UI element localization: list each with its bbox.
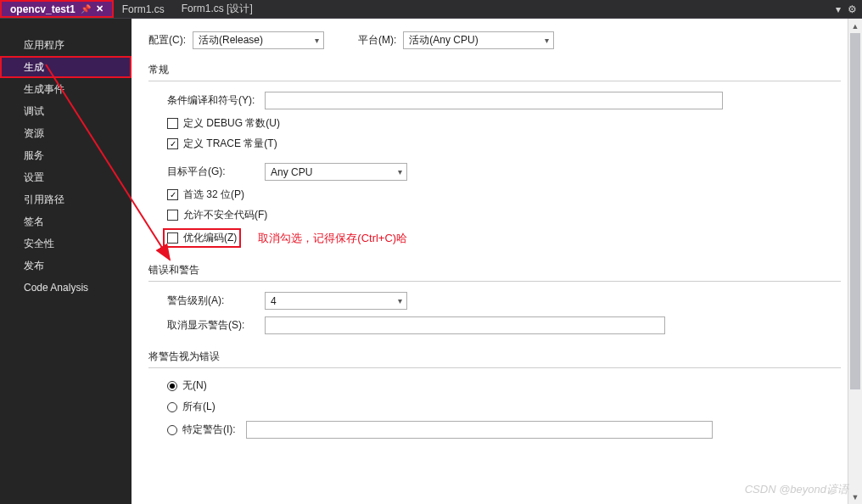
sidebar-item-settings[interactable]: 设置 xyxy=(0,166,132,188)
config-value: 活动(Release) xyxy=(199,33,263,48)
tab-right-controls: ▾ ⚙ xyxy=(836,0,862,18)
warn-level-select[interactable]: 4 xyxy=(265,292,407,310)
target-platform-row: 目标平台(G): Any CPU xyxy=(167,163,841,181)
warn-level-label: 警告级别(A): xyxy=(167,294,256,308)
radio-none-row: 无(N) xyxy=(167,378,841,393)
config-row: 配置(C): 活动(Release) 平台(M): 活动(Any CPU) xyxy=(148,31,841,49)
optimize-code-row: 优化编码(Z) 取消勾选，记得保存(Ctrl+C)哈 xyxy=(167,228,841,248)
target-platform-select[interactable]: Any CPU xyxy=(265,163,407,181)
suppress-row: 取消显示警告(S): xyxy=(167,316,841,334)
sidebar-item-resources[interactable]: 资源 xyxy=(0,122,132,144)
scroll-up-icon[interactable]: ▲ xyxy=(848,19,862,33)
section-general: 常规 xyxy=(148,63,841,79)
radio-none[interactable] xyxy=(167,381,177,391)
radio-all[interactable] xyxy=(167,402,177,412)
cond-compile-row: 条件编译和符号(Y): xyxy=(167,92,841,109)
tab-form-cs[interactable]: Form1.cs xyxy=(114,0,173,18)
optimize-code-label: 优化编码(Z) xyxy=(183,231,237,245)
allow-unsafe-row: 允许不安全代码(F) xyxy=(167,208,841,222)
sidebar-item-build[interactable]: 生成 xyxy=(0,56,132,78)
allow-unsafe-checkbox[interactable] xyxy=(167,210,178,221)
warn-level-row: 警告级别(A): 4 xyxy=(167,292,841,310)
gear-icon[interactable]: ⚙ xyxy=(848,3,857,15)
define-trace-checkbox[interactable] xyxy=(167,138,178,149)
sidebar-item-security[interactable]: 安全性 xyxy=(0,232,132,255)
sidebar-item-publish[interactable]: 发布 xyxy=(0,255,132,277)
config-label: 配置(C): xyxy=(148,33,186,48)
sidebar-item-application[interactable]: 应用程序 xyxy=(0,34,132,56)
radio-specific[interactable] xyxy=(167,425,177,435)
annotation-text: 取消勾选，记得保存(Ctrl+C)哈 xyxy=(258,231,407,246)
sidebar-item-signing[interactable]: 签名 xyxy=(0,210,132,232)
vertical-scrollbar[interactable]: ▲ ▼ xyxy=(848,19,862,504)
tab-bar: opencv_test1 📌 ✕ Form1.cs Form1.cs [设计] … xyxy=(0,0,862,19)
platform-value: 活动(Any CPU) xyxy=(409,33,478,48)
tab-form-design[interactable]: Form1.cs [设计] xyxy=(173,0,261,18)
main-container: 应用程序 生成 生成事件 调试 资源 服务 设置 引用路径 签名 安全性 发布 … xyxy=(0,19,862,504)
config-select[interactable]: 活动(Release) xyxy=(193,31,324,49)
prefer-32bit-label: 首选 32 位(P) xyxy=(183,188,244,202)
platform-label: 平台(M): xyxy=(358,33,396,48)
tab-active-project[interactable]: opencv_test1 📌 ✕ xyxy=(0,0,114,18)
tab-label: Form1.cs xyxy=(122,3,165,15)
sidebar-item-build-events[interactable]: 生成事件 xyxy=(0,78,132,100)
divider xyxy=(148,281,841,282)
target-platform-value: Any CPU xyxy=(271,166,312,178)
define-trace-label: 定义 TRACE 常量(T) xyxy=(183,137,277,151)
sidebar-item-code-analysis[interactable]: Code Analysis xyxy=(0,277,132,299)
pin-icon[interactable]: 📌 xyxy=(81,4,91,14)
suppress-input[interactable] xyxy=(265,316,665,334)
target-platform-label: 目标平台(G): xyxy=(167,165,256,179)
optimize-code-checkbox[interactable] xyxy=(167,232,178,244)
specific-warnings-input[interactable] xyxy=(246,421,713,439)
scroll-down-icon[interactable]: ▼ xyxy=(848,490,862,504)
tab-label: Form1.cs [设计] xyxy=(182,2,253,16)
allow-unsafe-label: 允许不安全代码(F) xyxy=(183,208,267,222)
radio-specific-label: 特定警告(I): xyxy=(182,423,236,437)
define-debug-label: 定义 DEBUG 常数(U) xyxy=(183,116,280,131)
close-icon[interactable]: ✕ xyxy=(96,3,104,14)
cond-compile-input[interactable] xyxy=(265,92,723,109)
optimize-highlight: 优化编码(Z) xyxy=(163,228,241,248)
divider xyxy=(148,367,841,368)
radio-all-row: 所有(L) xyxy=(167,400,841,414)
radio-specific-row: 特定警告(I): xyxy=(167,421,841,439)
scroll-thumb[interactable] xyxy=(850,33,860,389)
sidebar-item-reference-paths[interactable]: 引用路径 xyxy=(0,188,132,210)
define-debug-checkbox[interactable] xyxy=(167,118,178,129)
sidebar-item-debug[interactable]: 调试 xyxy=(0,100,132,122)
divider xyxy=(148,81,841,81)
radio-all-label: 所有(L) xyxy=(182,400,216,414)
dropdown-icon[interactable]: ▾ xyxy=(836,3,841,15)
section-errors: 错误和警告 xyxy=(148,263,841,279)
sidebar: 应用程序 生成 生成事件 调试 资源 服务 设置 引用路径 签名 安全性 发布 … xyxy=(0,19,132,504)
warn-level-value: 4 xyxy=(271,295,277,307)
radio-none-label: 无(N) xyxy=(182,378,207,393)
section-treat-warnings: 将警告视为错误 xyxy=(148,350,841,366)
content-area: 配置(C): 活动(Release) 平台(M): 活动(Any CPU) 常规… xyxy=(132,19,862,504)
define-trace-row: 定义 TRACE 常量(T) xyxy=(167,137,841,151)
cond-compile-label: 条件编译和符号(Y): xyxy=(167,93,256,108)
tab-label: opencv_test1 xyxy=(10,3,76,15)
define-debug-row: 定义 DEBUG 常数(U) xyxy=(167,116,841,131)
suppress-label: 取消显示警告(S): xyxy=(167,318,256,333)
sidebar-item-services[interactable]: 服务 xyxy=(0,144,132,166)
prefer-32bit-row: 首选 32 位(P) xyxy=(167,188,841,202)
platform-select[interactable]: 活动(Any CPU) xyxy=(403,31,554,49)
prefer-32bit-checkbox[interactable] xyxy=(167,189,178,200)
